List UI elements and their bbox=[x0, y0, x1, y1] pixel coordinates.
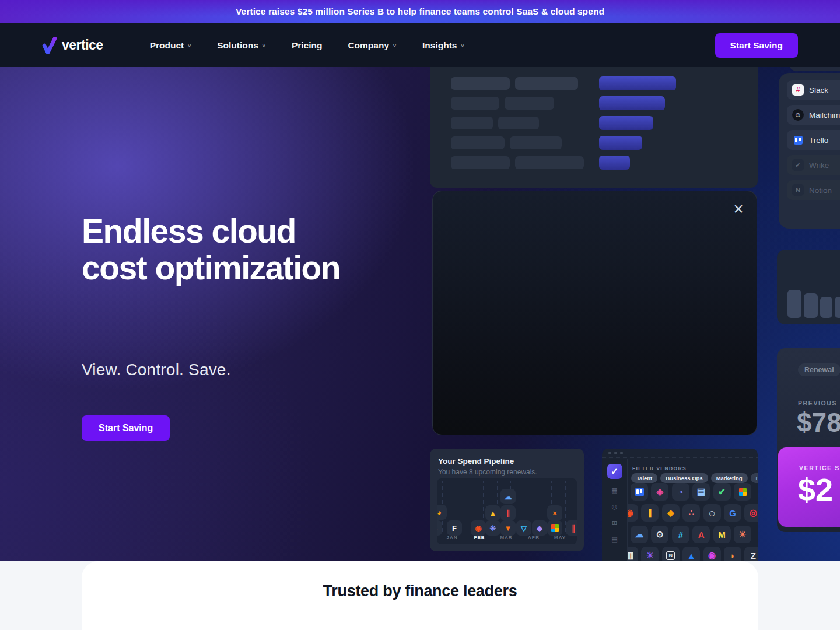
target-icon: ◎ bbox=[610, 501, 620, 512]
hero-start-saving-button[interactable]: Start Saving bbox=[82, 415, 170, 441]
filter-chip-talent: Talent bbox=[631, 473, 657, 483]
vertice-app-logo-icon: ✓ bbox=[607, 464, 622, 479]
hero-title: Endless cloud cost optimization bbox=[82, 213, 340, 286]
vendor-icon-wrike: ✔ bbox=[713, 483, 731, 501]
skeleton-pill bbox=[515, 77, 578, 90]
announcement-banner[interactable]: Vertice raises $25 million Series B to h… bbox=[0, 0, 840, 23]
traffic-light-dot bbox=[620, 452, 623, 454]
nav-item-insights[interactable]: Insights˅ bbox=[422, 40, 464, 51]
vertice-savings-value: $2 bbox=[798, 471, 833, 508]
brand-name: vertice bbox=[62, 37, 103, 53]
trello-icon bbox=[792, 134, 804, 146]
stripes2-icon: ∥ bbox=[566, 520, 577, 536]
window-sidebar: ✓ ▦◎⊞▤ bbox=[602, 459, 628, 561]
skeleton-row bbox=[451, 77, 758, 90]
skeleton-row bbox=[451, 156, 758, 169]
vendor-icon-flower: ✳ bbox=[641, 547, 659, 561]
gray-bar bbox=[804, 293, 818, 318]
vendor-icon-notion: N bbox=[662, 547, 680, 561]
bar bbox=[799, 138, 801, 141]
vendor-icon-google: G bbox=[724, 504, 741, 522]
integration-label: Mailchimp bbox=[809, 111, 840, 120]
vertice-logo-icon bbox=[42, 37, 57, 54]
vendor-icon-hubspot: ✳ bbox=[734, 526, 751, 543]
bar-chart bbox=[788, 290, 840, 318]
microsoft-icon bbox=[547, 520, 562, 536]
chevron-down-icon: ˅ bbox=[262, 42, 266, 50]
filter-chip-marketing: Marketing bbox=[711, 473, 748, 483]
shield-icon: ◆ bbox=[437, 520, 442, 536]
nav-item-solutions[interactable]: Solutions˅ bbox=[217, 40, 266, 51]
panel-icon: ▤ bbox=[610, 534, 620, 544]
vendor-icon-fish: ◗ bbox=[724, 547, 741, 561]
skeleton-row bbox=[451, 117, 758, 130]
spend-pipeline-card: Your Spend Pipeline You have 8 upcoming … bbox=[430, 449, 584, 551]
brand-logo[interactable]: vertice bbox=[42, 37, 103, 54]
gray-bar bbox=[788, 290, 802, 318]
carrot-icon: ▼ bbox=[501, 520, 516, 536]
nav-item-product[interactable]: Product˅ bbox=[150, 40, 192, 51]
nav-item-label: Product bbox=[150, 40, 184, 51]
trello-icon bbox=[794, 136, 803, 145]
nav-item-pricing[interactable]: Pricing bbox=[292, 40, 323, 51]
month-label-apr: APR bbox=[528, 535, 540, 540]
vendor-icon-atlassian: ▲ bbox=[682, 547, 700, 561]
vendor-icon-vendor: ◔ bbox=[672, 483, 690, 501]
previous-value: $78 bbox=[797, 407, 840, 438]
notion-icon: N bbox=[792, 184, 804, 196]
figma-icon: ◉ bbox=[471, 520, 486, 536]
integration-item-mailchimp: ☺Mailchimp bbox=[787, 105, 840, 125]
month-label-mar: MAR bbox=[500, 535, 512, 540]
integration-item-notion: NNotion bbox=[787, 180, 840, 200]
youtrack-icon: ▽ bbox=[516, 520, 531, 536]
bar-chart-card bbox=[777, 250, 840, 324]
skeleton-pill bbox=[451, 77, 510, 90]
nav-item-company[interactable]: Company˅ bbox=[348, 40, 397, 51]
previous-label: PREVIOUS bbox=[798, 400, 837, 407]
joomla-icon: × bbox=[547, 505, 562, 520]
skeleton-pill bbox=[451, 136, 505, 149]
skeleton-pill bbox=[451, 156, 510, 169]
notion-icon: N bbox=[666, 551, 675, 560]
slack-icon: # bbox=[792, 84, 804, 96]
apps-grid-icon: ▦ bbox=[610, 485, 620, 495]
month-label-jan: JAN bbox=[446, 535, 457, 540]
vendor-icon-adobe: A bbox=[692, 526, 710, 543]
vendor-icon-monday: ∥ bbox=[641, 504, 659, 522]
traffic-light-dot bbox=[608, 452, 611, 454]
gray-bar bbox=[820, 297, 832, 318]
integration-label: Trello bbox=[809, 136, 828, 145]
nav-item-label: Pricing bbox=[292, 40, 323, 51]
skeleton-row bbox=[451, 136, 758, 149]
renewal-savings-card: Renewal PREVIOUS $78 VERTICE S $2 bbox=[777, 348, 840, 532]
hero-title-line1: Endless cloud bbox=[82, 212, 296, 250]
skeleton-pill bbox=[515, 156, 584, 169]
chevron-down-icon: ˅ bbox=[187, 42, 191, 50]
pipeline-chart: ☁▲∥×◕◆F◉✳▼▽◆∥JANFEBMARAPRMAY bbox=[437, 478, 577, 544]
gdrive-icon: ▲ bbox=[485, 505, 501, 520]
vendor-filter-window: ✓ ▦◎⊞▤ FILTER VENDORS TalentBusiness Ops… bbox=[602, 449, 758, 561]
cart-icon: ⊞ bbox=[610, 517, 620, 528]
bar bbox=[636, 489, 639, 494]
microsoft-squares-icon bbox=[739, 488, 747, 496]
pipeline-subtitle: You have 8 upcoming renewals. bbox=[438, 468, 576, 476]
nav-start-saving-button[interactable]: Start Saving bbox=[715, 33, 798, 58]
filter-chip-design: Design bbox=[751, 473, 758, 483]
integration-item-trello: Trello bbox=[787, 130, 840, 150]
trello-icon bbox=[635, 488, 644, 496]
vendor-icon-trello bbox=[631, 483, 648, 501]
vendor-filter-chips: TalentBusiness OpsMarketingDesignHRStrat… bbox=[631, 472, 758, 483]
vendor-icon-asana: ∴ bbox=[682, 504, 700, 522]
vendor-icon-twilio: ◎ bbox=[744, 504, 758, 522]
confluent-icon: ◕ bbox=[437, 505, 447, 520]
skeleton-bar bbox=[599, 96, 665, 110]
month-label-may: MAY bbox=[554, 535, 566, 540]
filter-vendors-label: FILTER VENDORS bbox=[632, 466, 687, 471]
trusted-card: Trusted by finance leaders bbox=[82, 561, 758, 630]
integration-list: #Slack☺MailchimpTrello✓WrikeNNotion bbox=[787, 80, 840, 200]
vendor-icon-zendesk: Z bbox=[744, 547, 758, 561]
vendor-icon-ring: ◉ bbox=[704, 547, 721, 561]
hero-title-line2: cost optimization bbox=[82, 249, 340, 286]
skeleton-pill bbox=[505, 97, 554, 110]
close-icon[interactable]: × bbox=[731, 202, 746, 217]
